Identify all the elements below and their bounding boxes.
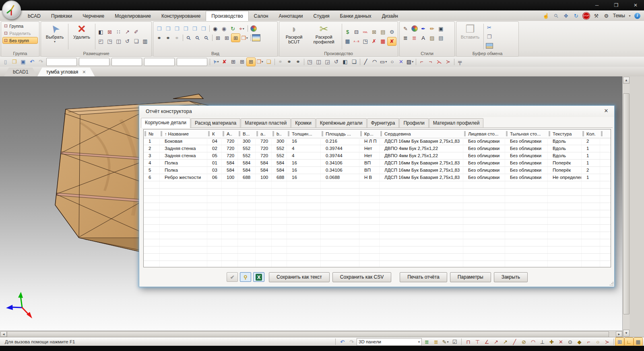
- cut-profiles-button[interactable]: ✂ Раскрой профилей: [307, 23, 341, 50]
- snap-icon[interactable]: [612, 338, 615, 346]
- find-prev-icon[interactable]: ⚭: [294, 58, 302, 66]
- save-icon[interactable]: ▣: [19, 58, 27, 66]
- toolbar-icon[interactable]: [359, 58, 361, 66]
- restore-button[interactable]: ❐: [612, 2, 621, 8]
- jump-icon[interactable]: ↗: [123, 28, 132, 36]
- brush-style-icon[interactable]: ✏: [428, 25, 436, 33]
- no-groups-button[interactable]: ⊡ Без групп: [3, 37, 37, 43]
- scroll-right-arrow[interactable]: ►: [616, 331, 622, 337]
- delete-doc-icon[interactable]: ✗: [370, 37, 378, 45]
- table-row[interactable]: [144, 239, 611, 246]
- open-folder-icon[interactable]: ❒: [10, 58, 19, 66]
- color-style-icon[interactable]: [410, 25, 419, 33]
- snap-node-icon[interactable]: ◆: [575, 338, 584, 346]
- mirror-icon[interactable]: ◫: [314, 58, 323, 66]
- table-row[interactable]: [144, 246, 611, 254]
- document-tab-active[interactable]: тумба угловая ✕: [37, 68, 95, 76]
- toolbar-icon[interactable]: [453, 58, 455, 66]
- new-file-icon[interactable]: ▯: [1, 58, 10, 66]
- view-top-icon[interactable]: ❒: [190, 25, 199, 33]
- line-tool-icon[interactable]: ╱: [361, 58, 370, 66]
- align-icon[interactable]: ◧: [97, 28, 105, 36]
- copy-icon[interactable]: ❐: [485, 33, 493, 41]
- apply-check-icon[interactable]: ✔: [227, 272, 238, 282]
- select-button[interactable]: ➤ Выбрать ▾: [43, 23, 67, 50]
- view-right-icon[interactable]: ❒: [182, 25, 190, 33]
- layout-report-icon[interactable]: ⊟: [352, 28, 361, 36]
- cut-bcut-button[interactable]: ◗ Раскрой bCUT: [281, 23, 307, 50]
- menu-item[interactable]: Привязки: [46, 11, 77, 21]
- find-icon[interactable]: ⚭: [155, 34, 163, 42]
- scroll-left-arrow[interactable]: ◄: [0, 331, 7, 337]
- texture-style-icon[interactable]: ▣: [437, 25, 445, 33]
- ortho-toggle-icon[interactable]: ∟: [625, 338, 633, 346]
- toolbar-combo[interactable]: [111, 58, 142, 66]
- column-header-name[interactable]: ↑Название: [160, 129, 207, 138]
- scale-icon[interactable]: ◧: [341, 58, 349, 66]
- dialog-tab[interactable]: Материал профилей: [429, 118, 484, 127]
- table-row[interactable]: [144, 254, 611, 261]
- toolbar-combo[interactable]: [177, 58, 207, 66]
- path-icon[interactable]: ✐: [132, 28, 140, 36]
- edge-style-icon[interactable]: ✎: [401, 25, 410, 33]
- menu-item[interactable]: Дизайн: [377, 11, 403, 21]
- zoom-extents-icon[interactable]: ⚲: [193, 34, 202, 42]
- toolbar-combo[interactable]: [79, 58, 109, 66]
- dialog-title-bar[interactable]: Отчёт конструктора ✕: [139, 106, 614, 117]
- pan-hand-icon[interactable]: ☝: [542, 12, 550, 20]
- select-cursor-icon[interactable]: ➤: [211, 58, 220, 66]
- move-icon[interactable]: ◳: [305, 58, 314, 66]
- toolbar-combo[interactable]: [46, 58, 77, 66]
- menu-item[interactable]: Конструирование: [156, 11, 206, 21]
- column-header-b2[interactable]: b..: [272, 129, 287, 138]
- table-style-icon[interactable]: ▤: [437, 34, 445, 42]
- table-row[interactable]: 5 Полка 03 584 584 584 584 16 0.34106 ВП…: [144, 167, 611, 174]
- find-gray-icon[interactable]: ⚭: [173, 34, 181, 42]
- hatch-tool-icon[interactable]: ▨: [406, 58, 414, 66]
- rect-tool-icon[interactable]: ▭: [379, 58, 388, 66]
- vertical-scroll-thumb[interactable]: [623, 93, 630, 314]
- rotate90-icon[interactable]: ↺: [123, 37, 132, 45]
- toolbar-icon[interactable]: [208, 58, 211, 66]
- wireframe-cube-icon[interactable]: ⊞: [214, 34, 222, 42]
- text-style-icon[interactable]: A: [419, 34, 427, 42]
- cabinet-icon[interactable]: ▤: [379, 28, 387, 36]
- dialog-tab[interactable]: Материал пластей: [241, 118, 291, 127]
- snap-midpoint-icon[interactable]: ⊤: [473, 338, 482, 346]
- checklist-icon[interactable]: ☑: [450, 338, 459, 346]
- snap-distance1-icon[interactable]: ↗: [492, 338, 500, 346]
- menu-item[interactable]: Банки данных: [335, 11, 377, 21]
- column-header-face-side[interactable]: Лицевая сто...: [463, 129, 505, 138]
- document-tab[interactable]: bCAD1: [4, 68, 37, 76]
- wireframe-cube-icon[interactable]: ⊞: [229, 58, 237, 66]
- paste-button[interactable]: ❒ Вставить: [458, 23, 482, 50]
- clear-doc-icon[interactable]: ✘: [388, 37, 396, 45]
- hammer-icon[interactable]: ⚒: [592, 12, 601, 20]
- menu-item[interactable]: bCAD: [23, 11, 46, 21]
- snap-center-icon[interactable]: ⊙: [566, 338, 574, 346]
- xml-save-icon[interactable]: XML: [361, 28, 369, 36]
- table-report-icon[interactable]: ▦: [343, 37, 352, 45]
- update-icon[interactable]: ⚙: [602, 12, 611, 20]
- column-header-edges[interactable]: Кр...: [359, 129, 380, 138]
- rendered-cube-icon[interactable]: ❒: [256, 58, 264, 66]
- snap-endpoint-icon[interactable]: ⊓: [464, 338, 473, 346]
- dialog-tab[interactable]: Профили: [399, 118, 428, 127]
- themes-button[interactable]: Темы: [613, 13, 625, 18]
- shaded-cube-icon[interactable]: ⊞: [247, 58, 255, 66]
- dialog-tab[interactable]: Фурнитура: [367, 118, 399, 127]
- column-header-a2[interactable]: а..: [256, 129, 272, 138]
- table-row[interactable]: 2 Задняя стенка 02 720 552 720 552 4 0.3…: [144, 145, 611, 152]
- toolbar-overflow-icon[interactable]: ╤: [456, 58, 464, 66]
- delete-icon[interactable]: ✘: [220, 58, 229, 66]
- scroll-up-arrow[interactable]: ▲: [623, 77, 630, 84]
- vertical-scrollbar[interactable]: ▲ ▼: [622, 76, 630, 337]
- materials-icon[interactable]: ❏: [264, 58, 273, 66]
- ribbon-icon[interactable]: [211, 34, 213, 42]
- spec-doc-icon[interactable]: ⊠: [370, 28, 378, 36]
- close-button[interactable]: ✕: [631, 2, 640, 8]
- zoom-window-icon[interactable]: ⚲: [184, 34, 193, 42]
- hatch-style-icon[interactable]: ▨: [428, 34, 436, 42]
- toolbar-icon[interactable]: [273, 58, 276, 66]
- column-header-back-side[interactable]: Тыльная сто...: [505, 129, 548, 138]
